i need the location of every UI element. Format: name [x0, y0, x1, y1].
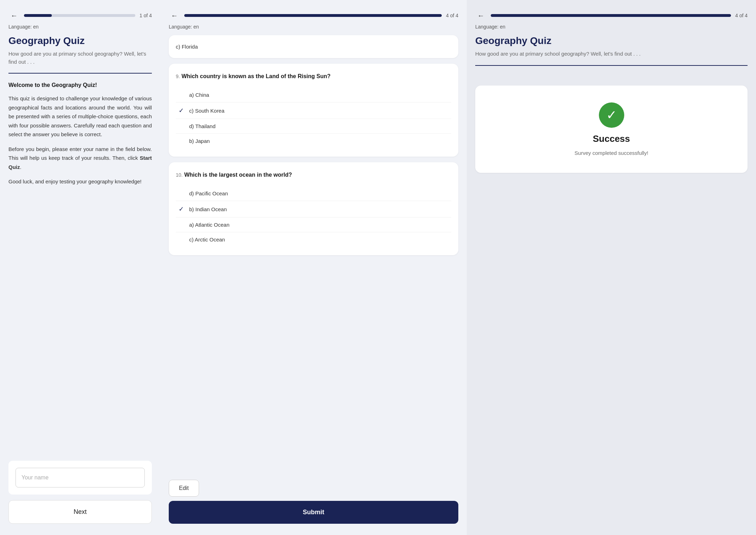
welcome-section: Welcome to the Geography Quiz! This quiz…	[8, 82, 152, 454]
q10-text: Which is the largest ocean in the world?	[184, 172, 292, 178]
q10-number: 10.	[176, 172, 182, 178]
progress-text-1: 1 of 4	[140, 13, 152, 18]
welcome-body-1: This quiz is designed to challenge your …	[8, 94, 152, 139]
question-9-card: 9. Which country is known as the Land of…	[169, 64, 458, 157]
progress-text-3: 4 of 4	[735, 13, 748, 18]
welcome-body-2: Before you begin, please enter your name…	[8, 145, 152, 172]
panel-success: ← 4 of 4 Language: en Geography Quiz How…	[467, 0, 756, 535]
language-row-1: Language: en	[8, 24, 152, 30]
q9-option-1[interactable]: a) China	[176, 88, 451, 102]
q10-label-2: b) Indian Ocean	[189, 206, 227, 212]
language-row-2: Language: en	[169, 24, 458, 30]
name-input-wrapper	[8, 461, 152, 495]
q10-label-1: d) Pacific Ocean	[189, 190, 228, 196]
language-val-3: en	[500, 24, 506, 30]
divider-3	[475, 65, 748, 66]
language-label-1: Language:	[8, 24, 32, 30]
q10-option-2[interactable]: ✓ b) Indian Ocean	[176, 201, 451, 218]
q9-label-4: b) Japan	[189, 138, 210, 144]
question-10-text: 10. Which is the largest ocean in the wo…	[176, 171, 451, 179]
header-row-2: ← 4 of 4	[169, 10, 458, 21]
success-icon: ✓	[599, 102, 624, 128]
q9-label-3: d) Thailand	[189, 123, 216, 129]
progress-fill-2	[184, 14, 442, 17]
q10-option-4[interactable]: c) Arctic Ocean	[176, 232, 451, 247]
back-button-1[interactable]: ←	[8, 10, 20, 21]
q9-label-1: a) China	[189, 92, 209, 98]
q9-check-2: ✓	[179, 107, 186, 114]
q10-option-3[interactable]: a) Atlantic Ocean	[176, 218, 451, 232]
q9-option-2[interactable]: ✓ c) South Korea	[176, 102, 451, 119]
back-button-2[interactable]: ←	[169, 10, 180, 21]
quiz-description-1: How good are you at primary school geogr…	[8, 50, 152, 66]
next-button[interactable]: Next	[8, 500, 152, 524]
success-body: Survey completed successfully!	[575, 150, 648, 156]
progress-fill-3	[491, 14, 731, 17]
back-button-3[interactable]: ←	[475, 10, 487, 21]
name-input[interactable]	[16, 468, 145, 487]
language-label-2: Language:	[169, 24, 192, 30]
language-val-1: en	[33, 24, 39, 30]
welcome-title: Welcome to the Geography Quiz!	[8, 82, 152, 88]
header-row-3: ← 4 of 4	[475, 10, 748, 21]
quiz-title-3: Geography Quiz	[475, 35, 748, 46]
welcome-body-3: Good luck, and enjoy testing your geogra…	[8, 177, 152, 186]
question-10-card: 10. Which is the largest ocean in the wo…	[169, 162, 458, 255]
q9-number: 9.	[176, 74, 180, 79]
action-row: Edit Submit	[169, 474, 458, 524]
header-row-1: ← 1 of 4	[8, 10, 152, 21]
edit-button[interactable]: Edit	[169, 480, 199, 497]
progress-fill-1	[24, 14, 52, 17]
q10-label-3: a) Atlantic Ocean	[189, 222, 229, 228]
progress-bar-1	[24, 14, 135, 17]
submit-button[interactable]: Submit	[169, 501, 458, 524]
quiz-title-1: Geography Quiz	[8, 35, 152, 46]
q10-option-1[interactable]: d) Pacific Ocean	[176, 186, 451, 201]
language-row-3: Language: en	[475, 24, 748, 30]
partial-answer-card: c) Florida	[169, 35, 458, 58]
progress-bar-3	[491, 14, 731, 17]
panel-intro: ← 1 of 4 Language: en Geography Quiz How…	[0, 0, 160, 535]
q10-label-4: c) Arctic Ocean	[189, 237, 225, 243]
success-title: Success	[593, 133, 630, 144]
panel-questions: ← 4 of 4 Language: en c) Florida 9. Whic…	[160, 0, 467, 535]
q9-option-4[interactable]: b) Japan	[176, 134, 451, 148]
q9-text: Which country is known as the Land of th…	[181, 73, 330, 79]
partial-answer-text: c) Florida	[176, 41, 451, 52]
q10-check-2: ✓	[179, 205, 186, 213]
quiz-description-3: How good are you at primary school geogr…	[475, 50, 748, 58]
language-label-3: Language:	[475, 24, 498, 30]
q9-label-2: c) South Korea	[189, 108, 224, 114]
progress-bar-2	[184, 14, 442, 17]
question-9-text: 9. Which country is known as the Land of…	[176, 72, 451, 81]
success-card: ✓ Success Survey completed successfully!	[475, 86, 748, 173]
progress-text-2: 4 of 4	[446, 13, 458, 18]
start-quiz-bold: Start Quiz	[8, 155, 152, 170]
divider-1	[8, 73, 152, 74]
q9-option-3[interactable]: d) Thailand	[176, 119, 451, 134]
language-val-2: en	[193, 24, 199, 30]
